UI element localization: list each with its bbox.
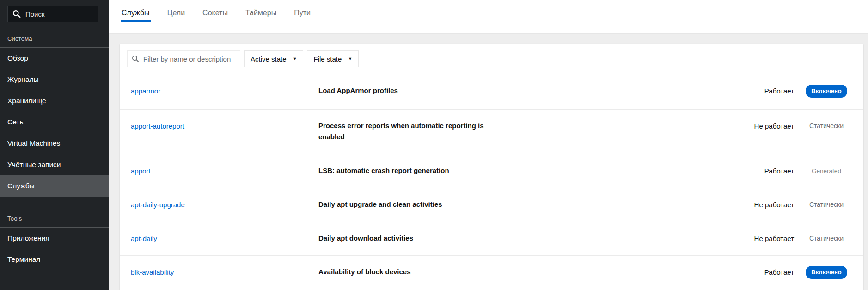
- filter-input[interactable]: [127, 50, 240, 67]
- file-state-text: Статически: [809, 121, 844, 131]
- sidebar-item-storage[interactable]: Хранилище: [0, 90, 109, 111]
- tab-timers[interactable]: Таймеры: [245, 9, 277, 22]
- sidebar-section-system: Система Обзор Журналы Хранилище Сеть Vir…: [0, 22, 109, 197]
- cockpit-app: Система Обзор Журналы Хранилище Сеть Vir…: [0, 0, 868, 290]
- service-description: Daily apt download activities: [318, 233, 503, 244]
- table-row[interactable]: apport-autoreport Process error reports …: [120, 110, 863, 154]
- table-row[interactable]: apport LSB: automatic crash report gener…: [120, 154, 863, 188]
- chevron-down-icon: ▼: [348, 57, 352, 61]
- service-link[interactable]: apport-autoreport: [131, 121, 318, 131]
- sidebar-item-applications[interactable]: Приложения: [0, 228, 109, 249]
- table-row[interactable]: apt-daily Daily apt download activities …: [120, 222, 863, 256]
- service-link[interactable]: apt-daily: [131, 234, 318, 243]
- service-description: Availability of block devices: [318, 266, 503, 278]
- sidebar-item-accounts[interactable]: Учётные записи: [0, 154, 109, 175]
- services-card: Active state ▼ File state ▼ apparmor Loa…: [120, 44, 863, 290]
- tab-sockets[interactable]: Сокеты: [202, 9, 229, 22]
- tab-targets[interactable]: Цели: [166, 9, 186, 22]
- sidebar-search: [7, 6, 98, 22]
- sidebar: Система Обзор Журналы Хранилище Сеть Vir…: [0, 0, 109, 290]
- page-content: Active state ▼ File state ▼ apparmor Loa…: [109, 33, 868, 290]
- sidebar-search-input[interactable]: [7, 6, 98, 22]
- file-state-badge: Включено: [806, 266, 847, 279]
- sidebar-item-overview[interactable]: Обзор: [0, 48, 109, 69]
- sidebar-item-logs[interactable]: Журналы: [0, 69, 109, 90]
- sidebar-item-services[interactable]: Службы: [0, 175, 109, 197]
- service-link[interactable]: blk-availability: [131, 267, 318, 277]
- main-area: Службы Цели Сокеты Таймеры Пути: [109, 0, 868, 290]
- table-row[interactable]: apt-daily-upgrade Daily apt upgrade and …: [120, 188, 863, 222]
- service-description: Process error reports when automatic rep…: [318, 120, 503, 142]
- tab-paths[interactable]: Пути: [293, 9, 312, 22]
- service-description: LSB: automatic crash report generation: [318, 165, 503, 176]
- sidebar-section-title: Tools: [0, 197, 109, 228]
- tabs: Службы Цели Сокеты Таймеры Пути: [121, 9, 868, 22]
- tab-services[interactable]: Службы: [121, 9, 151, 22]
- table-row[interactable]: blk-availability Availability of block d…: [120, 256, 863, 290]
- service-active-state: Работает: [690, 267, 801, 277]
- file-state-text: Статически: [809, 200, 844, 210]
- active-state-dropdown-label: Active state: [251, 55, 287, 63]
- service-active-state: Не работает: [690, 121, 801, 131]
- service-link[interactable]: apparmor: [131, 86, 318, 96]
- service-active-state: Не работает: [690, 234, 801, 243]
- sidebar-section-title: Система: [0, 22, 109, 48]
- file-state-dropdown[interactable]: File state ▼: [307, 50, 359, 67]
- file-state-badge: Включено: [806, 85, 847, 98]
- service-link[interactable]: apport: [131, 166, 318, 176]
- file-state-dropdown-label: File state: [313, 55, 342, 63]
- sidebar-item-virtual-machines[interactable]: Virtual Machines: [0, 133, 109, 154]
- chevron-down-icon: ▼: [293, 57, 297, 61]
- service-description: Daily apt upgrade and clean activities: [318, 199, 503, 210]
- active-state-dropdown[interactable]: Active state ▼: [244, 50, 303, 67]
- file-state-text: Generated: [812, 166, 841, 176]
- service-active-state: Работает: [690, 86, 801, 96]
- sidebar-section-tools: Tools Приложения Терминал: [0, 197, 109, 270]
- file-state-text: Статически: [809, 234, 844, 243]
- service-description: Load AppArmor profiles: [318, 85, 503, 96]
- tabs-bar: Службы Цели Сокеты Таймеры Пути: [109, 0, 868, 33]
- sidebar-item-terminal[interactable]: Терминал: [0, 249, 109, 270]
- filter-field: [127, 50, 240, 67]
- service-active-state: Не работает: [690, 200, 801, 210]
- table-row[interactable]: apparmor Load AppArmor profiles Работает…: [120, 74, 863, 110]
- service-link[interactable]: apt-daily-upgrade: [131, 200, 318, 210]
- filter-toolbar: Active state ▼ File state ▼: [120, 44, 863, 74]
- sidebar-item-network[interactable]: Сеть: [0, 111, 109, 133]
- service-active-state: Работает: [690, 166, 801, 176]
